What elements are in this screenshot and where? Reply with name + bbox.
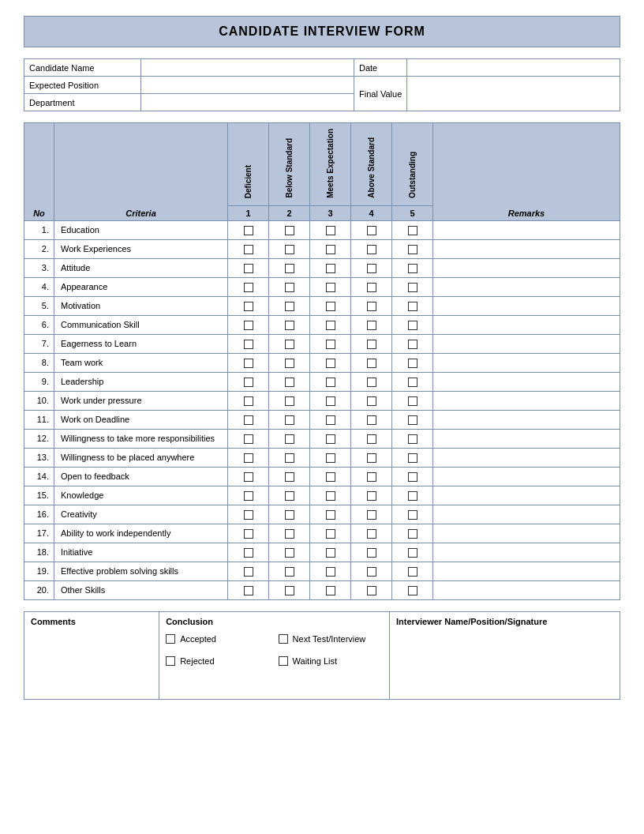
rejected-checkbox[interactable] — [166, 656, 175, 666]
row-remarks[interactable] — [433, 391, 620, 410]
checkbox-icon[interactable] — [408, 415, 417, 425]
checkbox-icon[interactable] — [326, 264, 335, 273]
score-checkbox-1[interactable] — [228, 296, 269, 315]
checkbox-icon[interactable] — [408, 283, 417, 292]
score-checkbox-3[interactable] — [310, 239, 351, 258]
checkbox-icon[interactable] — [285, 264, 294, 273]
checkbox-icon[interactable] — [367, 510, 376, 520]
checkbox-icon[interactable] — [244, 283, 253, 292]
checkbox-icon[interactable] — [285, 396, 294, 406]
row-remarks[interactable] — [433, 524, 620, 543]
score-checkbox-2[interactable] — [269, 580, 310, 599]
checkbox-icon[interactable] — [285, 321, 294, 330]
checkbox-icon[interactable] — [326, 529, 335, 539]
score-checkbox-3[interactable] — [310, 505, 351, 524]
score-checkbox-5[interactable] — [392, 410, 433, 429]
row-remarks[interactable] — [433, 448, 620, 467]
score-checkbox-5[interactable] — [392, 505, 433, 524]
checkbox-icon[interactable] — [408, 567, 417, 577]
score-checkbox-3[interactable] — [310, 448, 351, 467]
score-checkbox-5[interactable] — [392, 334, 433, 353]
score-checkbox-5[interactable] — [392, 448, 433, 467]
score-checkbox-5[interactable] — [392, 353, 433, 372]
checkbox-icon[interactable] — [285, 510, 294, 520]
checkbox-icon[interactable] — [408, 586, 417, 595]
score-checkbox-2[interactable] — [269, 505, 310, 524]
checkbox-icon[interactable] — [244, 396, 253, 406]
score-checkbox-4[interactable] — [351, 372, 392, 391]
score-checkbox-4[interactable] — [351, 258, 392, 277]
checkbox-icon[interactable] — [367, 302, 376, 311]
score-checkbox-1[interactable] — [228, 486, 269, 505]
score-checkbox-1[interactable] — [228, 505, 269, 524]
score-checkbox-4[interactable] — [351, 580, 392, 599]
candidate-name-field[interactable] — [141, 59, 354, 77]
score-checkbox-4[interactable] — [351, 429, 392, 448]
score-checkbox-1[interactable] — [228, 524, 269, 543]
checkbox-icon[interactable] — [326, 567, 335, 577]
score-checkbox-1[interactable] — [228, 391, 269, 410]
score-checkbox-2[interactable] — [269, 239, 310, 258]
row-remarks[interactable] — [433, 410, 620, 429]
checkbox-icon[interactable] — [285, 302, 294, 311]
checkbox-icon[interactable] — [408, 302, 417, 311]
checkbox-icon[interactable] — [244, 472, 253, 482]
score-checkbox-1[interactable] — [228, 315, 269, 334]
score-checkbox-1[interactable] — [228, 277, 269, 296]
checkbox-icon[interactable] — [285, 472, 294, 482]
score-checkbox-5[interactable] — [392, 467, 433, 486]
score-checkbox-3[interactable] — [310, 391, 351, 410]
score-checkbox-3[interactable] — [310, 524, 351, 543]
score-checkbox-2[interactable] — [269, 524, 310, 543]
checkbox-icon[interactable] — [367, 586, 376, 595]
score-checkbox-2[interactable] — [269, 543, 310, 562]
score-checkbox-5[interactable] — [392, 580, 433, 599]
checkbox-icon[interactable] — [244, 302, 253, 311]
expected-position-field[interactable] — [141, 77, 354, 94]
score-checkbox-5[interactable] — [392, 562, 433, 580]
row-remarks[interactable] — [433, 429, 620, 448]
comments-body[interactable] — [31, 631, 152, 694]
checkbox-icon[interactable] — [285, 245, 294, 254]
score-checkbox-3[interactable] — [310, 258, 351, 277]
checkbox-icon[interactable] — [326, 510, 335, 520]
checkbox-icon[interactable] — [367, 567, 376, 577]
checkbox-icon[interactable] — [244, 340, 253, 349]
row-remarks[interactable] — [433, 486, 620, 505]
checkbox-icon[interactable] — [367, 264, 376, 273]
score-checkbox-2[interactable] — [269, 220, 310, 239]
checkbox-icon[interactable] — [408, 472, 417, 482]
checkbox-icon[interactable] — [285, 378, 294, 387]
checkbox-icon[interactable] — [285, 283, 294, 292]
score-checkbox-4[interactable] — [351, 315, 392, 334]
score-checkbox-4[interactable] — [351, 353, 392, 372]
conclusion-accepted[interactable]: Accepted — [166, 634, 270, 644]
score-checkbox-2[interactable] — [269, 334, 310, 353]
score-checkbox-5[interactable] — [392, 220, 433, 239]
checkbox-icon[interactable] — [244, 491, 253, 501]
score-checkbox-1[interactable] — [228, 543, 269, 562]
checkbox-icon[interactable] — [285, 529, 294, 539]
checkbox-icon[interactable] — [408, 378, 417, 387]
checkbox-icon[interactable] — [244, 434, 253, 444]
checkbox-icon[interactable] — [367, 226, 376, 235]
checkbox-icon[interactable] — [285, 226, 294, 235]
score-checkbox-4[interactable] — [351, 239, 392, 258]
score-checkbox-3[interactable] — [310, 372, 351, 391]
score-checkbox-3[interactable] — [310, 277, 351, 296]
waiting-checkbox[interactable] — [279, 656, 288, 666]
checkbox-icon[interactable] — [367, 548, 376, 558]
checkbox-icon[interactable] — [326, 359, 335, 368]
score-checkbox-3[interactable] — [310, 562, 351, 580]
checkbox-icon[interactable] — [285, 586, 294, 595]
score-checkbox-3[interactable] — [310, 429, 351, 448]
row-remarks[interactable] — [433, 372, 620, 391]
score-checkbox-4[interactable] — [351, 220, 392, 239]
checkbox-icon[interactable] — [367, 340, 376, 349]
interviewer-body[interactable] — [396, 631, 613, 694]
conclusion-waiting[interactable]: Waiting List — [279, 656, 383, 666]
row-remarks[interactable] — [433, 220, 620, 239]
score-checkbox-1[interactable] — [228, 239, 269, 258]
row-remarks[interactable] — [433, 315, 620, 334]
row-remarks[interactable] — [433, 353, 620, 372]
